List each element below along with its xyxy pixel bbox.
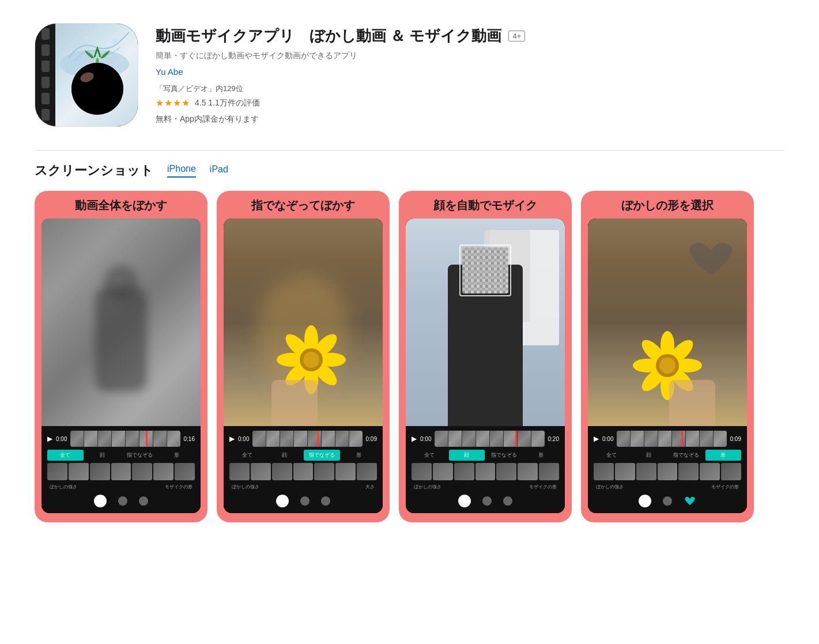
phone-controls-1: ▶ 0:00 0:16 [41,426,201,513]
mode-shape-4[interactable]: 形 [705,450,742,461]
phone-screen-4 [588,219,747,426]
time-start-1: 0:00 [56,436,67,442]
screenshots-header: スクリーンショット iPhone iPad [35,162,784,179]
phone-controls-4: ▶ 0:00 0:09 [588,426,747,513]
time-end-1: 0:16 [184,436,195,442]
time-end-2: 0:09 [366,436,377,442]
mode-tabs-3: 全て 顔 指でなぞる 形 [412,450,559,461]
mode-tabs-1: 全て 顔 指でなぞる 形 [47,450,195,461]
svg-point-2 [101,32,105,36]
app-icon [35,23,138,127]
mode-tabs-2: 全て 顔 指でなぞる 形 [229,450,377,461]
tab-ipad[interactable]: iPad [210,164,228,177]
slider-11[interactable] [663,496,672,506]
phone-controls-2: ▶ 0:00 0:09 [224,426,383,513]
timeline-1[interactable] [70,431,180,447]
app-info: 動画モザイクアプリ ぼかし動画 ＆ モザイク動画 4+ 簡単・すぐにぼかし動画や… [156,23,784,125]
card-2-title: 指でなぞってぼかす [224,198,383,213]
phone-screen-2 [224,219,383,426]
svg-point-16 [303,352,319,368]
card-1-title: 動画全体をぼかす [41,198,201,213]
mode-face-1[interactable]: 顔 [85,450,121,461]
tab-iphone[interactable]: iPhone [167,164,196,178]
phone-mockup-2: ▶ 0:00 0:09 [224,219,383,513]
play-button-2[interactable]: ▶ [229,435,235,443]
thumbnails-4 [594,463,741,480]
mode-face-4[interactable]: 顔 [631,450,667,461]
app-rank: 「写真／ビデオ」内129位 [156,84,784,94]
screenshot-card-3: 顔を自動でモザイク [399,191,572,522]
screenshots-grid: 動画全体をぼかす ▶ 0:00 [35,191,784,522]
slider-9[interactable] [503,496,512,506]
phone-mockup-4: ▶ 0:00 0:09 [588,219,747,513]
bottom-slider-3 [412,492,559,509]
screenshots-title: スクリーンショット [35,162,153,179]
phone-mockup-3: ▶ 0:00 0:20 [406,219,565,513]
timeline-2[interactable] [252,431,362,447]
mode-trace-3[interactable]: 指でなぞる [486,450,522,461]
phone-mockup-1: ▶ 0:00 0:16 [41,219,201,513]
mode-all-2[interactable]: 全て [229,450,266,461]
app-rating: ★★★★ 4.5 1.1万件の評価 [156,97,784,108]
slider-1[interactable] [94,495,107,507]
app-price: 無料・App内課金が有ります [156,114,784,125]
star-rating: ★★★★ [156,97,190,108]
thumbnails-1 [47,463,195,480]
slider-7[interactable] [458,495,471,507]
mode-face-3[interactable]: 顔 [449,450,485,461]
card-3-title: 顔を自動でモザイク [406,198,565,213]
thumbnails-3 [412,463,559,480]
play-button-4[interactable]: ▶ [594,435,599,443]
mode-trace-4[interactable]: 指でなぞる [668,450,704,461]
app-title-text: 動画モザイクアプリ ぼかし動画 ＆ モザイク動画 [156,26,501,46]
play-button-3[interactable]: ▶ [412,435,417,443]
mode-shape-3[interactable]: 形 [523,450,560,461]
bottom-slider-4 [594,492,741,509]
screenshot-card-1: 動画全体をぼかす ▶ 0:00 [35,191,207,522]
screenshot-card-4: ぼかしの形を選択 [581,191,754,522]
mode-shape-2[interactable]: 形 [341,450,378,461]
slider-8[interactable] [482,496,492,506]
mode-trace-1[interactable]: 指でなぞる [122,450,158,461]
svg-point-32 [659,357,675,374]
play-button-1[interactable]: ▶ [47,435,52,443]
screenshots-section: スクリーンショット iPhone iPad 動画全体をぼかす [35,162,784,522]
card-4-title: ぼかしの形を選択 [588,198,747,213]
developer-link[interactable]: Yu Abe [156,67,784,77]
rating-value: 4.5 1.1万件の評価 [195,98,260,108]
app-subtitle: 簡単・すぐにぼかし動画やモザイク動画ができるアプリ [156,51,784,61]
mode-all-1[interactable]: 全て [47,450,84,461]
timeline-4[interactable] [617,431,726,447]
svg-point-3 [112,38,118,44]
section-divider [35,150,784,150]
bottom-slider-2 [229,492,377,509]
screenshot-card-2: 指でなぞってぼかす [217,191,390,522]
mode-shape-1[interactable]: 形 [159,450,195,461]
slider-2[interactable] [118,496,127,506]
tomato [63,46,132,115]
app-title: 動画モザイクアプリ ぼかし動画 ＆ モザイク動画 4+ [156,26,784,46]
slider-3[interactable] [139,496,148,506]
phone-screen-1 [41,219,201,426]
phone-controls-3: ▶ 0:00 0:20 [406,426,565,513]
time-end-4: 0:09 [730,436,741,442]
thumbnails-2 [229,463,377,480]
mode-all-3[interactable]: 全て [412,450,448,461]
age-badge: 4+ [508,31,525,42]
svg-point-1 [84,36,88,40]
bottom-slider-1 [47,492,195,509]
slider-5[interactable] [300,496,310,506]
mode-trace-2[interactable]: 指でなぞる [304,450,340,461]
slider-6[interactable] [321,496,330,506]
app-header: 動画モザイクアプリ ぼかし動画 ＆ モザイク動画 4+ 簡単・すぐにぼかし動画や… [35,23,784,127]
mode-face-2[interactable]: 顔 [267,450,303,461]
phone-screen-3 [406,219,565,426]
timeline-3[interactable] [435,431,544,447]
mode-all-4[interactable]: 全て [594,450,630,461]
svg-point-5 [71,63,123,115]
slider-4[interactable] [276,495,289,507]
time-end-3: 0:20 [548,436,559,442]
mode-tabs-4: 全て 顔 指でなぞる 形 [594,450,741,461]
film-strip [35,24,55,126]
slider-10[interactable] [639,495,651,507]
